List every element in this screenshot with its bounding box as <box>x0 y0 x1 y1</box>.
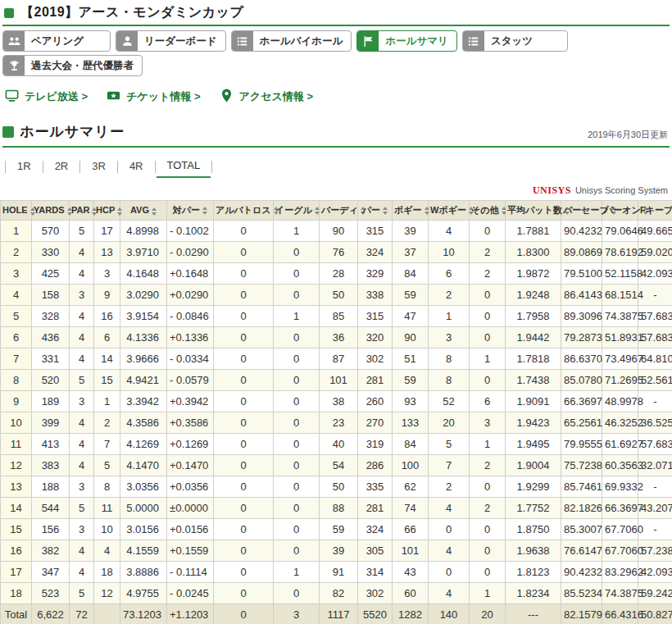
table-row-hole-10: 10399424.3586+0.358600232701332031.94236… <box>1 412 672 434</box>
cell: +0.1336 <box>167 327 214 348</box>
cell: 5 <box>70 583 94 604</box>
cell: 83.2962 <box>602 562 638 583</box>
round-tab-total[interactable]: TOTAL <box>157 156 211 178</box>
column-header-2[interactable]: PAR <box>70 201 94 221</box>
column-header-label: AVG <box>130 205 149 215</box>
hole-number: 8 <box>1 370 32 391</box>
round-tab-4r[interactable]: 4R <box>119 157 154 177</box>
list-icon <box>463 30 484 52</box>
tab-past-tournaments[interactable]: 過去大会・歴代優勝者 <box>2 55 143 76</box>
cell: 4.1269 <box>120 434 167 455</box>
column-header-8[interactable]: バーディ <box>320 201 358 221</box>
cell: 4 <box>70 412 94 434</box>
column-header-7[interactable]: イーグル <box>274 201 320 221</box>
tab-leaderboard[interactable]: リーダーボード <box>116 30 226 52</box>
link-tv-broadcast[interactable]: テレビ放送 > <box>4 88 88 106</box>
column-header-16[interactable]: Fキープ <box>638 201 672 221</box>
cell: - 0.0846 <box>167 306 214 327</box>
cell: 0 <box>274 285 320 306</box>
tab-hole-by-hole[interactable]: ホールバイホール <box>231 30 352 52</box>
table-row-hole-15: 151563103.0156+0.0156005932466001.875085… <box>1 519 672 540</box>
cell: 50 <box>320 476 358 498</box>
column-header-4[interactable]: AVG <box>120 201 167 221</box>
column-header-0[interactable]: HOLE <box>1 201 32 221</box>
cell: 64.8107 <box>638 348 672 370</box>
round-tab-3r[interactable]: 3R <box>81 157 116 177</box>
link-label: チケット情報 > <box>126 89 200 104</box>
cell: 324 <box>358 242 393 263</box>
cell: 0 <box>274 370 320 391</box>
cell: +0.0356 <box>167 476 214 498</box>
cell: - 0.0334 <box>167 348 214 370</box>
cell: +0.1269 <box>167 434 214 455</box>
hole-number: 10 <box>1 412 32 434</box>
table-row-hole-13: 13188383.0356+0.0356005033562201.929985.… <box>1 476 672 498</box>
cell: 5 <box>94 455 120 476</box>
cell: 3.9154 <box>120 306 167 327</box>
link-ticket-info[interactable]: チケット情報 > <box>106 88 200 106</box>
tab-stats[interactable]: スタッツ <box>462 30 568 52</box>
cell: 3.0290 <box>120 285 167 306</box>
round-tab-2r[interactable]: 2R <box>44 157 79 177</box>
round-tab-1r[interactable]: 1R <box>7 157 42 177</box>
column-header-1[interactable]: YARDS <box>32 201 70 221</box>
tab-pairing[interactable]: ペアリング <box>2 30 111 52</box>
cell: 18 <box>94 562 120 583</box>
sort-icon <box>152 207 157 216</box>
cell: 62 <box>393 476 429 498</box>
tab-hole-summary[interactable]: ホールサマリ <box>356 30 456 52</box>
column-header-10[interactable]: ボギー <box>393 201 429 221</box>
column-header-5[interactable]: 対パー <box>167 201 214 221</box>
cell: 57.6837 <box>638 434 672 455</box>
cell: 1.7438 <box>506 370 561 391</box>
cell: 8 <box>429 370 470 391</box>
cell: 39 <box>320 540 358 562</box>
section-header: ホールサマリー 2019年6月30日更新 <box>2 121 670 148</box>
column-header-12[interactable]: その他 <box>470 201 506 221</box>
cell: 4.1336 <box>120 327 167 348</box>
sort-icon <box>383 207 388 215</box>
cell: 46.3252 <box>602 412 638 434</box>
cell: 87 <box>320 348 358 370</box>
cell: 8 <box>94 476 120 498</box>
table-row-hole-18: 185235124.9755- 0.0245008230260411.82348… <box>1 583 672 604</box>
sort-icon <box>425 207 429 215</box>
cell: 89.0869 <box>561 242 602 263</box>
cell: 1.8300 <box>506 242 561 263</box>
cell: 0 <box>214 242 274 263</box>
cell: 1 <box>429 306 470 327</box>
cell: 1 <box>94 391 120 412</box>
cell: 0 <box>274 583 320 604</box>
column-header-14[interactable]: パーセーブ <box>561 201 602 221</box>
cell: 286 <box>358 455 393 476</box>
column-header-9[interactable]: パー <box>358 201 393 221</box>
column-header-3[interactable]: HCP <box>94 201 120 221</box>
cell: 49.6659 <box>638 221 672 242</box>
column-header-label: 平均パット数 <box>507 205 562 215</box>
cell: 1.9442 <box>506 327 561 348</box>
tab-label: ホールサマリ <box>379 34 456 48</box>
cell: 20 <box>429 412 470 434</box>
column-header-15[interactable]: パーオン <box>602 201 638 221</box>
cell: 0 <box>274 391 320 412</box>
cell: +0.0290 <box>167 285 214 306</box>
cell: 59 <box>393 285 429 306</box>
cell: 0 <box>274 498 320 519</box>
total-cell: 5520 <box>358 604 393 624</box>
hole-number: 12 <box>1 455 32 476</box>
link-access-info[interactable]: アクセス情報 > <box>219 88 313 106</box>
hole-number: 17 <box>1 562 32 583</box>
column-header-11[interactable]: Wボギー <box>429 201 470 221</box>
column-header-13[interactable]: 平均パット数 <box>506 201 561 221</box>
cell: 79.5100 <box>561 263 602 285</box>
column-header-label: アルバトロス <box>216 205 271 215</box>
column-header-label: Fキープ <box>640 205 672 215</box>
column-header-6[interactable]: アルバトロス <box>214 201 274 221</box>
cell: 57.2383 <box>638 540 672 562</box>
total-cell: --- <box>506 604 561 624</box>
cell: 4 <box>70 455 94 476</box>
cell: 52.1158 <box>602 263 638 285</box>
cell: 86.4143 <box>561 285 602 306</box>
cell: 67.7060 <box>602 540 638 562</box>
cell: 4 <box>70 348 94 370</box>
